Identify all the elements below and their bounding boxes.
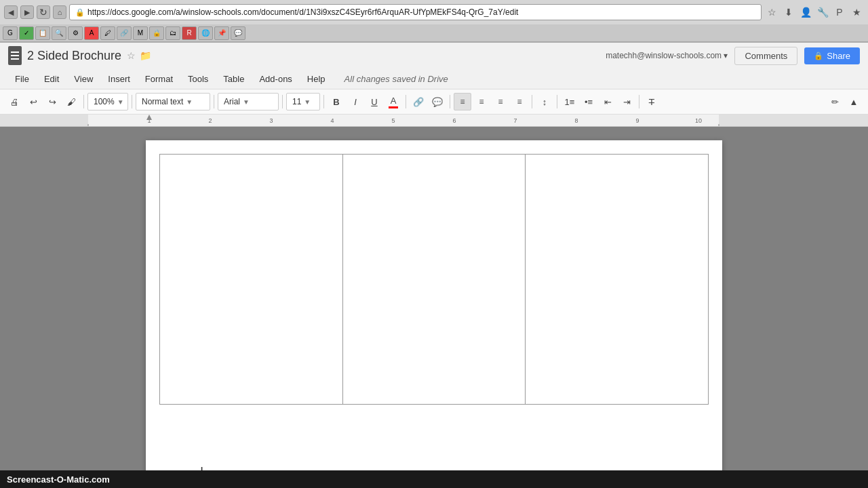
menu-help[interactable]: Help [300,71,332,87]
ext-3[interactable]: 📋 [35,26,50,40]
font-value: Arial [224,97,240,106]
paint-format-button[interactable]: 🖌 [62,93,80,110]
ruler: 1 2 3 4 5 6 7 8 9 10 [0,115,868,127]
url-text: https://docs.google.com/a/winslow-school… [87,7,518,17]
text-color-indicator [389,106,398,108]
insert-comment-button[interactable]: 💬 [429,93,446,110]
font-size-dropdown[interactable]: 11 ▼ [286,93,320,110]
ext-11[interactable]: 🗂 [165,26,180,40]
watermark-text: Screencast-O-Matic.com [7,474,110,485]
menu-addons[interactable]: Add-ons [252,71,298,87]
numbered-list-button[interactable]: 1≡ [561,93,578,110]
ext-8[interactable]: 🔗 [117,26,132,40]
ext-15[interactable]: 💬 [231,26,245,40]
redo-button[interactable]: ↪ [43,93,61,110]
italic-button[interactable]: I [347,93,364,110]
address-bar[interactable]: 🔒 https://docs.google.com/a/winslow-scho… [69,4,762,20]
ssl-icon: 🔒 [75,8,85,17]
table-cell-1[interactable] [160,155,343,405]
refresh-button[interactable]: ↻ [37,5,50,19]
separator-1 [83,95,84,108]
menu-file[interactable]: File [8,71,36,87]
ext-12[interactable]: R [182,26,197,40]
increase-indent-button[interactable]: ⇥ [618,93,635,110]
separator-8 [532,95,532,108]
bookmark-button[interactable]: ☆ [764,5,779,20]
ext-14[interactable]: 📌 [214,26,229,40]
separator-10 [639,95,639,108]
bold-button[interactable]: B [328,93,345,110]
folder-icon[interactable]: 📁 [140,50,151,61]
print-button[interactable]: 🖨 [5,93,23,110]
menu-format[interactable]: Format [138,71,180,87]
line-spacing-button[interactable]: ↕ [536,93,553,110]
zoom-dropdown[interactable]: 100% ▼ [87,93,128,110]
align-justify-button[interactable]: ≡ [511,93,528,110]
align-center-button[interactable]: ≡ [473,93,490,110]
align-right-button[interactable]: ≡ [492,93,509,110]
separator-7 [450,95,450,108]
underline-button[interactable]: U [366,93,383,110]
extension-bar: G ✓ 📋 🔍 ⚙ A 🖊 🔗 M 🔒 🗂 R 🌐 📌 💬 [0,24,868,42]
font-arrow: ▼ [243,98,250,106]
user-email[interactable]: matechh@winslow-schools.com ▾ [606,51,728,60]
download-button[interactable]: ⬇ [781,5,796,20]
font-dropdown[interactable]: Arial ▼ [218,93,279,110]
align-left-button[interactable]: ≡ [454,93,471,110]
menu-bar: File Edit View Insert Format Tools Table… [0,68,868,89]
ext-2[interactable]: ✓ [19,26,34,40]
table-cell-3[interactable] [526,155,709,405]
undo-button[interactable]: ↩ [24,93,42,110]
style-value: Normal text [142,97,183,106]
table-cell-2[interactable] [342,155,526,405]
more-tools-button[interactable]: ▲ [845,93,863,110]
menu-view[interactable]: View [67,71,100,87]
document-area[interactable]: | [0,127,868,488]
ext-7[interactable]: 🖊 [100,26,115,40]
svg-text:4: 4 [330,117,334,124]
ext-9[interactable]: M [133,26,148,40]
style-dropdown[interactable]: Normal text ▼ [136,93,210,110]
sidebar-toggle[interactable] [8,46,22,65]
ruler-svg: 1 2 3 4 5 6 7 8 9 10 [0,115,868,127]
ext-5[interactable]: ⚙ [68,26,83,40]
menu-edit[interactable]: Edit [37,71,66,87]
home-button[interactable]: ⌂ [53,5,66,19]
ext-1[interactable]: G [3,26,18,40]
separator-5 [323,95,324,108]
zoom-arrow: ▼ [117,98,124,106]
ext-6[interactable]: A [84,26,99,40]
edit-mode-button[interactable]: ✏ [826,93,844,110]
menu-table[interactable]: Table [216,71,251,87]
clear-formatting-button[interactable]: T̶ [643,93,660,110]
style-arrow: ▼ [186,98,193,106]
menu-tools[interactable]: Tools [181,71,215,87]
menu-insert[interactable]: Insert [101,71,137,87]
share-label: Share [827,51,850,61]
extensions-button[interactable]: 🔧 [815,5,830,20]
comments-button[interactable]: Comments [734,47,797,65]
svg-text:2: 2 [208,117,212,124]
decrease-indent-button[interactable]: ⇤ [599,93,616,110]
bulleted-list-button[interactable]: •≡ [580,93,597,110]
title-bar: 2 Sided Brochure ☆ 📁 matechh@winslow-sch… [0,43,868,68]
star-icon[interactable]: ☆ [127,50,136,61]
document-title[interactable]: 2 Sided Brochure [27,49,121,63]
toolbar: 🖨 ↩ ↪ 🖌 100% ▼ Normal text ▼ Arial ▼ 11 [0,89,868,115]
ext-4[interactable]: 🔍 [52,26,66,40]
share-button[interactable]: 🔒 Share [804,47,860,64]
text-color-label: A [391,96,397,106]
text-color-button[interactable]: A [384,93,402,110]
back-button[interactable]: ◀ [4,5,18,19]
size-value: 11 [292,97,301,106]
insert-link-button[interactable]: 🔗 [410,93,427,110]
ext-10[interactable]: 🔒 [149,26,164,40]
ext-13[interactable]: 🌐 [198,26,213,40]
watermark-bar: Screencast-O-Matic.com [0,470,868,488]
forward-button[interactable]: ▶ [20,5,34,19]
svg-text:3: 3 [269,117,273,124]
user-button[interactable]: 👤 [798,5,813,20]
pinterest-button[interactable]: P [832,5,847,20]
extra-button[interactable]: ★ [849,5,864,20]
separator-3 [214,95,214,108]
